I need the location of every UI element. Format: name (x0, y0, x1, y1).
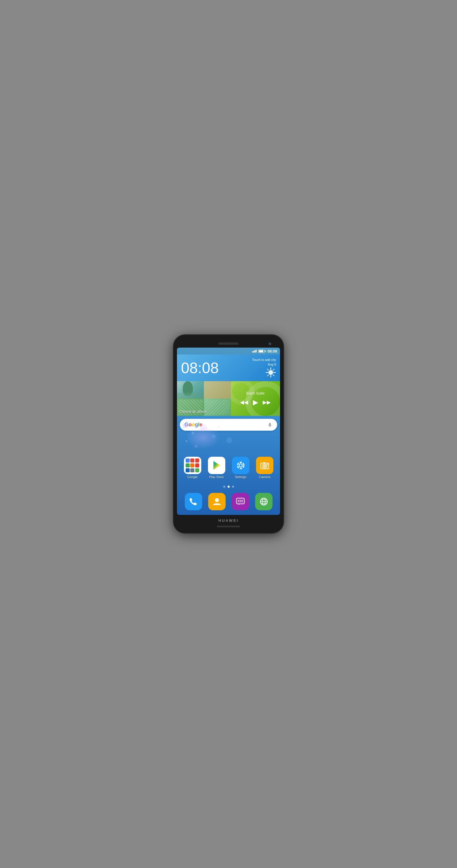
clock-time: 08:08 (181, 360, 219, 375)
phone-dock-item[interactable] (185, 493, 202, 510)
phone-dock-icon[interactable] (185, 493, 202, 510)
contacts-dock-item[interactable] (208, 493, 226, 510)
speaker-grille-bottom (217, 526, 240, 527)
browser-dock-item[interactable] (255, 493, 273, 510)
svg-point-21 (241, 500, 243, 502)
screen: 08:08 08:08 Touch to add city Aug 8 (177, 348, 280, 515)
camera-app[interactable]: Camera (254, 457, 276, 479)
settings-label: Settings (235, 475, 247, 479)
svg-point-17 (215, 498, 219, 502)
svg-rect-16 (263, 462, 265, 463)
clock-display: 08:08 (181, 360, 219, 375)
album-art-1 (177, 381, 204, 399)
status-time: 08:08 (267, 349, 277, 353)
brand-label: HUAWEI (177, 515, 280, 524)
game-mini (195, 468, 199, 472)
playstore-app[interactable]: Play Store (206, 457, 227, 479)
playstore-icon[interactable] (208, 457, 225, 474)
svg-line-6 (273, 375, 274, 376)
google-logo: Google (184, 422, 202, 428)
playback-controls[interactable]: ◀◀ ▶ ▶▶ (240, 398, 271, 406)
google-folder-icon[interactable] (184, 457, 201, 474)
phone-device: 08:08 08:08 Touch to add city Aug 8 (173, 335, 284, 533)
svg-point-15 (264, 465, 265, 467)
phone-icon (188, 496, 199, 507)
sun-icon (265, 367, 276, 378)
signal-strength (252, 350, 257, 352)
settings-gear-icon (235, 460, 246, 471)
camera-svg-icon (259, 460, 270, 471)
messages-dock-item[interactable] (232, 493, 249, 510)
gplus-mini (195, 459, 199, 463)
bottom-speaker (177, 524, 280, 527)
google-app-folder[interactable]: Google (181, 457, 203, 479)
svg-marker-9 (213, 461, 220, 470)
svg-line-7 (273, 369, 274, 370)
app-grid: Google (177, 434, 280, 483)
battery-indicator (258, 350, 266, 353)
clock-widget[interactable]: 08:08 Touch to add city Aug 8 (177, 354, 280, 381)
album-widget[interactable]: Choose an album (177, 381, 231, 416)
status-bar: 08:08 (177, 348, 280, 354)
book-mini (185, 468, 190, 472)
earpiece (218, 342, 239, 345)
bottom-dock (177, 490, 280, 515)
chrome-mini (185, 459, 190, 463)
messages-dock-icon[interactable] (232, 493, 249, 510)
contacts-dock-icon[interactable] (208, 493, 226, 510)
settings-app[interactable]: Settings (230, 457, 251, 479)
red2-mini (195, 463, 199, 467)
page-dot-1[interactable] (223, 486, 225, 488)
svg-point-20 (240, 500, 241, 502)
play-button[interactable]: ▶ (253, 398, 258, 406)
gmail-mini (190, 459, 194, 463)
messages-icon (235, 496, 246, 507)
phone-top (177, 340, 280, 348)
svg-point-0 (268, 370, 273, 375)
page-dot-2[interactable] (228, 486, 230, 488)
song-title: Bach Suite (247, 391, 265, 395)
home-screen: 08:08 08:08 Touch to add city Aug 8 (177, 348, 280, 515)
photo-mini (190, 468, 194, 472)
browser-dock-icon[interactable] (255, 493, 273, 510)
maps-mini (185, 463, 190, 467)
svg-line-5 (267, 369, 268, 370)
front-camera (268, 342, 272, 345)
orange-mini (190, 463, 194, 467)
page-indicator (177, 483, 280, 490)
camera-icon[interactable] (256, 457, 274, 474)
playstore-label: Play Store (209, 475, 224, 479)
page-dot-3[interactable] (232, 486, 234, 488)
album-label: Choose an album (179, 409, 206, 413)
svg-point-19 (238, 500, 239, 502)
add-city-prompt[interactable]: Touch to add city (252, 358, 276, 362)
svg-line-8 (267, 375, 268, 376)
play-store-logo (211, 460, 222, 471)
browser-icon (259, 496, 269, 507)
next-button[interactable]: ▶▶ (263, 399, 271, 405)
album-art-4 (204, 399, 231, 416)
contacts-icon (212, 496, 222, 507)
album-art-2 (204, 381, 231, 399)
weather-info[interactable]: Touch to add city Aug 8 (252, 358, 276, 378)
widget-row: Choose an album Bach Suite ◀◀ ▶ ▶▶ (177, 381, 280, 416)
date-display: Aug 8 (267, 363, 276, 366)
google-search-bar[interactable]: Google (180, 419, 277, 431)
mic-icon[interactable] (267, 422, 273, 428)
camera-label: Camera (259, 475, 270, 479)
music-widget[interactable]: Bach Suite ◀◀ ▶ ▶▶ (231, 381, 280, 416)
google-folder-label: Google (188, 475, 198, 479)
settings-icon[interactable] (232, 457, 249, 474)
prev-button[interactable]: ◀◀ (240, 399, 248, 405)
svg-point-11 (239, 464, 242, 467)
